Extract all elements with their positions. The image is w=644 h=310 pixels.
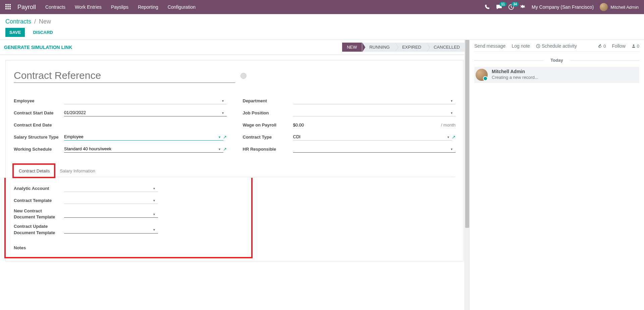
contract-type-field[interactable] [293, 133, 452, 141]
nav-reporting[interactable]: Reporting [138, 4, 158, 10]
annotation-highlight-body [4, 178, 253, 258]
wage-field[interactable] [293, 121, 439, 128]
nav-configuration[interactable]: Configuration [168, 4, 196, 10]
scrollbar[interactable] [465, 40, 469, 310]
status-new[interactable]: NEW [342, 43, 362, 52]
follower-count[interactable]: 0 [632, 44, 639, 49]
app-brand: Payroll [17, 4, 36, 11]
activity-badge: 34 [512, 2, 519, 6]
department-label: Department [243, 98, 293, 103]
salary-type-label: Salary Structure Type [14, 135, 64, 140]
breadcrumb: Contracts / New [5, 18, 639, 25]
company-switcher[interactable]: My Company (San Francisco) [532, 4, 594, 10]
start-date-field[interactable] [64, 109, 227, 116]
svg-point-2 [633, 45, 635, 46]
nav-payslips[interactable]: Payslips [111, 4, 128, 10]
activity-icon[interactable]: 34 [508, 4, 514, 10]
breadcrumb-current: New [39, 18, 51, 25]
external-link-icon[interactable]: ↗ [223, 147, 227, 152]
debug-icon[interactable] [520, 4, 526, 10]
external-link-icon[interactable]: ↗ [452, 135, 455, 140]
end-date-label: Contract End Date [14, 122, 64, 127]
nav-contracts[interactable]: Contracts [45, 4, 65, 10]
follow-button[interactable]: Follow [612, 43, 625, 49]
user-avatar [600, 3, 608, 11]
log-note-button[interactable]: Log note [512, 43, 530, 49]
position-label: Job Position [243, 110, 293, 115]
user-name: Mitchell Admin [610, 5, 639, 10]
systray: 11 34 My Company (San Francisco) Mitchel… [485, 3, 639, 11]
schedule-field[interactable] [64, 145, 223, 153]
nav-work-entries[interactable]: Work Entries [75, 4, 102, 10]
status-running[interactable]: RUNNING [362, 43, 395, 52]
nav-menu: Contracts Work Entries Payslips Reportin… [45, 4, 485, 10]
status-bar: NEW RUNNING EXPIRED CANCELLED [342, 43, 465, 52]
annotation-highlight-tab [12, 163, 55, 178]
hr-label: HR Responsible [243, 147, 293, 152]
top-nav: Payroll Contracts Work Entries Payslips … [0, 0, 644, 14]
message-avatar [476, 69, 488, 81]
save-button[interactable]: SAVE [5, 28, 25, 37]
contract-type-label: Contract Type [243, 135, 293, 140]
status-expired[interactable]: EXPIRED [395, 43, 427, 52]
messaging-badge: 11 [499, 2, 506, 6]
message-author: Mitchell Admin [492, 69, 538, 74]
chatter: Send message Log note Schedule activity … [470, 40, 644, 310]
message-text: Creating a new record... [492, 75, 538, 80]
wage-label: Wage on Payroll [243, 122, 293, 127]
scrollbar-thumb[interactable] [465, 40, 469, 228]
employee-field[interactable] [64, 97, 227, 104]
generate-simulation-link[interactable]: GENERATE SIMULATION LINK [4, 45, 72, 50]
contract-reference-input[interactable] [14, 68, 235, 83]
employee-label: Employee [14, 98, 64, 103]
attachment-count[interactable]: 0 [598, 44, 606, 49]
hr-field[interactable] [293, 145, 456, 153]
discard-button[interactable]: DISCARD [29, 28, 57, 37]
employee-avatar-placeholder [240, 73, 247, 79]
messaging-icon[interactable]: 11 [496, 4, 502, 10]
salary-type-field[interactable] [64, 133, 223, 141]
breadcrumb-root[interactable]: Contracts [5, 18, 31, 25]
phone-icon[interactable] [485, 4, 490, 10]
notebook-tabs: Contract Details Salary Information [14, 165, 455, 177]
send-message-button[interactable]: Send message [474, 43, 505, 49]
position-field[interactable] [293, 109, 456, 116]
form-view: GENERATE SIMULATION LINK NEW RUNNING EXP… [0, 40, 470, 310]
tab-salary-information[interactable]: Salary Information [55, 165, 100, 177]
chatter-date-divider: Today [474, 58, 639, 63]
form-sheet: Employee ▾ Contract Start Date ▾ Contrac… [5, 60, 464, 261]
department-field[interactable] [293, 97, 456, 104]
schedule-label: Working Schedule [14, 147, 64, 152]
apps-icon[interactable] [5, 4, 11, 10]
external-link-icon[interactable]: ↗ [223, 135, 227, 140]
start-date-label: Contract Start Date [14, 110, 64, 115]
schedule-activity-button[interactable]: Schedule activity [536, 43, 577, 49]
control-panel: Contracts / New SAVE DISCARD [0, 14, 644, 40]
end-date-field[interactable] [64, 121, 227, 128]
chatter-message: Mitchell Admin Creating a new record... [474, 67, 639, 83]
status-cancelled[interactable]: CANCELLED [426, 43, 465, 52]
wage-suffix: / month [441, 122, 455, 127]
user-menu[interactable]: Mitchell Admin [600, 3, 639, 11]
